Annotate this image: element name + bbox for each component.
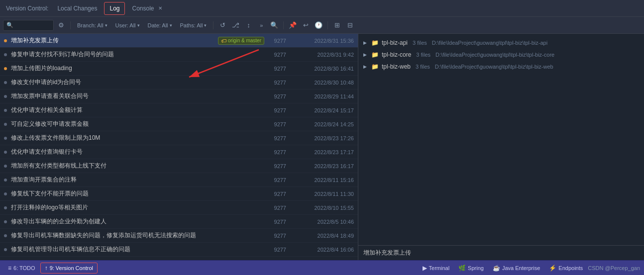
folder-icon-2: 📁	[371, 51, 379, 58]
commit-msg-9: 优化申请支付查询银行卡号	[11, 148, 264, 156]
commit-date-3: 2022/8/30 16:41	[290, 66, 354, 72]
branch-tag-1: 🏷 origin & master	[218, 37, 264, 45]
watermark-text: CSDN @Percep_gan	[588, 265, 640, 271]
pin-btn[interactable]: 📌	[287, 20, 298, 31]
commit-row-11[interactable]: 增加查询开票集合的注释 9277 2022/8/11 15:16	[0, 173, 358, 187]
commit-dot-10	[4, 165, 7, 168]
commit-msg-11: 增加查询开票集合的注释	[11, 176, 264, 184]
date-filter-arrow: ▾	[170, 23, 172, 28]
tab-console-close[interactable]: ✕	[158, 5, 162, 11]
commit-date-1: 2022/8/31 15:36	[290, 38, 354, 44]
commit-hash-6: 9277	[268, 107, 286, 113]
tab-local-changes[interactable]: Local Changes	[52, 2, 102, 15]
commit-row-12[interactable]: 修复线下支付不能开票的问题 9277 2022/8/11 11:30	[0, 187, 358, 201]
commit-dot-15	[4, 234, 7, 237]
branch-filter[interactable]: Branch: All ▾	[74, 20, 110, 31]
file-tree-item-3[interactable]: ▶ 📁 tpl-biz-web 3 files D:\file\IdeaProj…	[358, 61, 644, 73]
status-todo[interactable]: ≡ 6: TODO	[4, 263, 39, 274]
commit-date-7: 2022/8/24 14:25	[290, 121, 354, 127]
commit-date-6: 2022/8/24 15:17	[290, 107, 354, 113]
history-btn[interactable]: 🕐	[313, 20, 324, 31]
commit-row-13[interactable]: 打开注释掉的logo等相关图片 9277 2022/8/10 15:55	[0, 201, 358, 215]
terminal-icon: ▶	[423, 265, 427, 272]
commit-row-4[interactable]: 修改支付申请的id为合同号 9277 2022/8/30 10:48	[0, 76, 358, 90]
status-version-control[interactable]: ↑ 9: Version Control	[40, 263, 98, 274]
expand-arrow-1: ▶	[363, 40, 368, 45]
log-panel: 增加补充发票上传 🏷 origin & master 9277 2022/8/3…	[0, 34, 358, 260]
commit-row-14[interactable]: 修改导出车辆的的企业外勤为创建人 9277 2022/8/5 10:46	[0, 215, 358, 229]
paths-filter-label: Paths: All	[180, 22, 203, 28]
date-filter-label: Date: All	[148, 22, 168, 28]
commit-hash-7: 9277	[268, 121, 286, 127]
user-filter[interactable]: User: All ▾	[112, 20, 143, 31]
commit-row-3[interactable]: 增加上传图片的loading 9277 2022/8/30 16:41	[0, 62, 358, 76]
commit-date-10: 2022/8/23 16:17	[290, 163, 354, 169]
spring-icon: 🌿	[458, 265, 466, 272]
commit-msg-6: 优化申请支付相关金额计算	[11, 106, 264, 114]
file-tree: ▶ 📁 tpl-biz-api 3 files D:\file\IdeaProj…	[358, 34, 644, 245]
tab-console[interactable]: Console ✕	[127, 2, 167, 15]
commit-date-8: 2022/8/23 17:26	[290, 135, 354, 141]
commit-row-15[interactable]: 修复导出司机车辆数据缺失的问题，修复添加运货司机无法搜索的问题 9277 202…	[0, 229, 358, 243]
commit-dot-12	[4, 192, 7, 195]
commit-dot-2	[4, 53, 7, 56]
search-box[interactable]: 🔍	[3, 20, 54, 31]
folder-icon-1: 📁	[371, 39, 379, 46]
commit-msg-7: 可自定义修改可申请发票金额	[11, 120, 264, 128]
status-java-enterprise[interactable]: ☕ Java Enterprise	[489, 263, 544, 274]
status-endpoints[interactable]: ⚡ Endpoints	[545, 263, 587, 274]
commit-row-1[interactable]: 增加补充发票上传 🏷 origin & master 9277 2022/8/3…	[0, 34, 358, 48]
todo-icon: ≡	[8, 265, 11, 272]
commit-hash-2: 9277	[268, 52, 286, 58]
file-tree-item-1[interactable]: ▶ 📁 tpl-biz-api 3 files D:\file\IdeaProj…	[358, 37, 644, 49]
branch-filter-label: Branch: All	[77, 22, 104, 28]
status-java-enterprise-label: Java Enterprise	[502, 265, 540, 271]
toolbar: 🔍 ⚙ Branch: All ▾ User: All ▾ Date: All …	[0, 17, 644, 34]
split-view-btn[interactable]: ⊟	[344, 20, 355, 31]
branch-view-btn[interactable]: ⊞	[331, 20, 342, 31]
tab-log[interactable]: Log	[104, 2, 125, 15]
file-item-name-2: tpl-biz-core	[382, 51, 411, 58]
commit-msg-1: 增加补充发票上传	[11, 36, 214, 45]
commit-msg-13: 打开注释掉的logo等相关图片	[11, 203, 264, 212]
commit-dot-8	[4, 137, 7, 140]
status-spring[interactable]: 🌿 Spring	[454, 263, 488, 274]
undo-btn[interactable]: ↩	[300, 20, 311, 31]
commit-date-12: 2022/8/11 11:30	[290, 191, 354, 197]
divider3	[283, 21, 284, 29]
paths-filter[interactable]: Paths: All ▾	[177, 20, 210, 31]
commit-msg-8: 修改上传发票文件限制上限为10M	[11, 134, 264, 142]
status-terminal[interactable]: ▶ Terminal	[419, 263, 454, 274]
file-item-name-1: tpl-biz-api	[382, 39, 408, 46]
find-btn[interactable]: 🔍	[269, 20, 280, 31]
commit-row-2[interactable]: 修复申请支付找不到订单/合同号的问题 9277 2022/8/31 9:42	[0, 48, 358, 62]
commit-dot-9	[4, 151, 7, 154]
commit-dot-5	[4, 95, 7, 98]
commit-row-9[interactable]: 优化申请支付查询银行卡号 9277 2022/8/23 17:17	[0, 145, 358, 159]
commit-row-5[interactable]: 增加发票申请查看关联合同号 9277 2022/8/29 11:44	[0, 90, 358, 103]
status-terminal-label: Terminal	[429, 265, 450, 271]
file-count-1: 3 files	[413, 40, 427, 46]
commit-hash-3: 9277	[268, 66, 286, 72]
commit-row-10[interactable]: 增加所有支付类型都有线上线下支付 9277 2022/8/23 16:17	[0, 159, 358, 173]
commit-row-8[interactable]: 修改上传发票文件限制上限为10M 9277 2022/8/23 17:26	[0, 131, 358, 145]
sort-btn[interactable]: ↕	[243, 20, 254, 31]
settings-btn[interactable]: ⚙	[56, 20, 67, 31]
commit-date-4: 2022/8/30 10:48	[290, 80, 354, 86]
commit-row-6[interactable]: 优化申请支付相关金额计算 9277 2022/8/24 15:17	[0, 103, 358, 117]
refresh-btn[interactable]: ↺	[217, 20, 228, 31]
file-path-2: D:\file\IdeaProject\guowang\tpl\tpl-biz\…	[435, 52, 554, 58]
file-tree-item-2[interactable]: ▶ 📁 tpl-biz-core 3 files D:\file\IdeaPro…	[358, 49, 644, 61]
branch-tag-label-1: origin & master	[228, 38, 261, 43]
more-btn[interactable]: »	[256, 20, 267, 31]
commit-dot-4	[4, 81, 7, 84]
right-panel: ▶ 📁 tpl-biz-api 3 files D:\file\IdeaProj…	[358, 34, 644, 260]
commit-dot-11	[4, 179, 7, 182]
commit-row-7[interactable]: 可自定义修改可申请发票金额 9277 2022/8/24 14:25	[0, 117, 358, 131]
status-bar: ≡ 6: TODO ↑ 9: Version Control ▶ Termina…	[0, 260, 644, 275]
commit-dot-1	[4, 39, 7, 42]
search-input[interactable]	[15, 22, 50, 28]
commit-row-16[interactable]: 修复司机管理导出司机车辆信息不正确的问题 9277 2022/8/4 16:06	[0, 243, 358, 257]
date-filter[interactable]: Date: All ▾	[145, 20, 175, 31]
cherry-pick-btn[interactable]: ⎇	[230, 20, 241, 31]
